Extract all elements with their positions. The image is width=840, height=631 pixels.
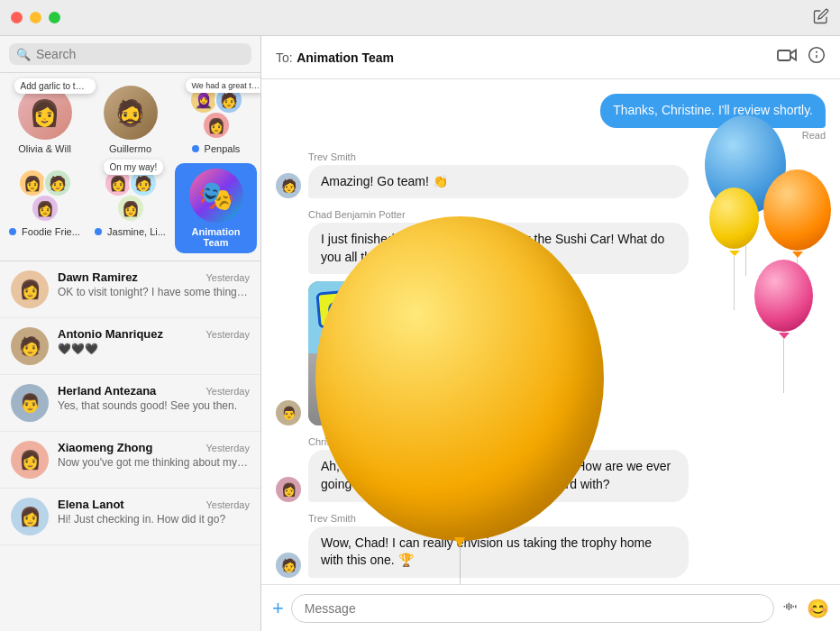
sidebar: 🔍 👩 Add garlic to the butter, and then..… xyxy=(0,36,261,631)
conv-avatar-herland: 👨 xyxy=(11,384,49,422)
avatar-wrapper-foodie: 👩 🧑 👩 xyxy=(18,169,72,223)
conv-item-antonio[interactable]: 🧑 Antonio Manriquez Yesterday 🖤🖤🖤 xyxy=(0,318,260,375)
avatar-christine: 👩 xyxy=(276,477,301,502)
balloon-string-small-yellow xyxy=(734,256,735,310)
balloon-body-small-yellow xyxy=(709,187,759,249)
balloon-body-pink xyxy=(754,260,813,332)
audio-input-button[interactable] xyxy=(781,597,799,619)
conv-content-dawn: Dawn Ramirez Yesterday OK to visit tonig… xyxy=(58,270,250,298)
close-button[interactable] xyxy=(11,12,23,23)
jasmine-tooltip: On my way! xyxy=(104,160,164,175)
add-attachment-button[interactable]: + xyxy=(272,599,284,618)
msg-received-christine1: 👩 Christine Huang Ah, it looks amazing, … xyxy=(276,436,689,501)
conv-name-dawn: Dawn Ramirez xyxy=(58,270,138,284)
msg-block-christine1: Christine Huang Ah, it looks amazing, Ch… xyxy=(308,436,689,501)
conv-name-antonio: Antonio Manriquez xyxy=(58,327,163,341)
pinned-item-guillermo[interactable]: 🧔 Guillermo xyxy=(89,80,171,160)
avatar-wrapper: 👩 Add garlic to the butter, and then... xyxy=(18,86,72,140)
pinned-label-guillermo: Guillermo xyxy=(109,143,151,154)
conv-avatar-dawn: 👩 xyxy=(11,270,49,308)
conv-item-herland[interactable]: 👨 Herland Antezana Yesterday Yes, that s… xyxy=(0,375,260,432)
msg-received-trev2: 🧑 Trev Smith Wow, Chad! I can really env… xyxy=(276,513,689,578)
msg-read-status: Read xyxy=(600,130,826,141)
messages-area[interactable]: Thanks, Christine. I'll review shortly. … xyxy=(261,79,840,584)
pinned-section: 👩 Add garlic to the butter, and then... … xyxy=(0,73,260,261)
msg-block-chad1: Chad Benjamin Potter I just finished the… xyxy=(308,209,689,425)
zap-sticker: ⚡ xyxy=(501,287,537,322)
pinned-label-animation: Animation Team xyxy=(178,226,253,248)
pinned-item-penpals[interactable]: 🧕 🧑 👩 We had a great time. Home with... … xyxy=(175,80,257,160)
search-input-wrapper: 🔍 xyxy=(9,43,251,65)
conv-preview-dawn: OK to visit tonight? I have some things … xyxy=(58,286,250,298)
balloon-small-yellow xyxy=(709,187,759,310)
balloon-string-blue xyxy=(745,222,746,276)
sender-chad1: Chad Benjamin Potter xyxy=(308,209,689,220)
conv-item-dawn[interactable]: 👩 Dawn Ramirez Yesterday OK to visit ton… xyxy=(0,261,260,318)
title-bar xyxy=(0,0,840,36)
msg-block-trev2: Trev Smith Wow, Chad! I can really envis… xyxy=(308,513,689,578)
conv-time-dawn: Yesterday xyxy=(205,272,250,283)
sushi-car-emoji: 🍣🏎️ xyxy=(335,365,425,407)
group-avatar-jasmine: 👩 🧑 👩 xyxy=(104,169,158,223)
msg-received-chad1: 👨 Chad Benjamin Potter I just finished t… xyxy=(276,209,689,425)
avatar-wrapper-guillermo: 🧔 xyxy=(104,86,158,140)
balloon-pink xyxy=(754,260,813,393)
minimize-button[interactable] xyxy=(30,12,41,23)
avatar-guillermo: 🧔 xyxy=(104,86,158,140)
svg-rect-0 xyxy=(778,50,790,60)
maximize-button[interactable] xyxy=(49,12,60,23)
info-button[interactable] xyxy=(808,46,826,69)
compose-button[interactable] xyxy=(813,8,829,28)
group-avatar-foodie: 👩 🧑 👩 xyxy=(18,169,72,223)
pinned-item-animation-team[interactable]: 🎭 Animation Team xyxy=(175,163,257,253)
avatar-wrapper-jasmine: 👩 🧑 👩 On my way! xyxy=(104,169,158,223)
bubble-trev1: Amazing! Go team! 👏 xyxy=(308,165,689,199)
window-controls xyxy=(11,12,60,23)
chat-panel: To: Animation Team xyxy=(261,36,840,631)
app-body: 🔍 👩 Add garlic to the butter, and then..… xyxy=(0,36,840,631)
search-bar: 🔍 xyxy=(0,36,260,73)
avatar-wrapper-penpals: 🧕 🧑 👩 We had a great time. Home with... xyxy=(189,86,243,140)
sender-christine1: Christine Huang xyxy=(308,436,689,447)
bubble-christine1: Ah, it looks amazing, Chad! I love it so… xyxy=(308,450,689,501)
pinned-item-foodie[interactable]: 👩 🧑 👩 Foodie Frie... xyxy=(4,163,86,253)
avatar-wrapper-animation: 🎭 xyxy=(189,169,243,223)
avatar-trev: 🧑 xyxy=(276,173,301,198)
message-input[interactable] xyxy=(291,594,774,623)
pinned-item-jasmine[interactable]: 👩 🧑 👩 On my way! Jasmine, Li... xyxy=(89,163,171,253)
search-input[interactable] xyxy=(36,47,244,61)
go-sticker: GO! xyxy=(315,288,376,329)
chat-header-actions xyxy=(777,46,826,69)
video-call-button[interactable] xyxy=(777,46,797,69)
chat-to-field: To: Animation Team xyxy=(276,50,394,66)
balloon-string-orange xyxy=(797,258,798,312)
conv-name-xiaomeng: Xiaomeng Zhong xyxy=(58,441,152,454)
chat-to-label: To: xyxy=(276,50,293,65)
message-input-bar: + 😊 xyxy=(261,584,840,631)
conv-name-herland: Herland Antezana xyxy=(58,384,156,398)
penpals-tooltip: We had a great time. Home with... xyxy=(186,78,262,93)
conv-preview-xiaomeng: Now you've got me thinking about my next… xyxy=(58,456,250,469)
msg-block-trev1: Trev Smith Amazing! Go team! 👏 xyxy=(308,151,689,199)
conv-preview-herland: Yes, that sounds good! See you then. xyxy=(58,399,250,412)
conv-item-xiaomeng[interactable]: 👩 Xiaomeng Zhong Yesterday Now you've go… xyxy=(0,432,260,489)
pinned-item-olivia-will[interactable]: 👩 Add garlic to the butter, and then... … xyxy=(4,80,86,160)
conv-time-herland: Yesterday xyxy=(205,386,250,397)
balloon-body-orange xyxy=(763,169,831,251)
emoji-button[interactable]: 😊 xyxy=(807,598,829,619)
conv-avatar-antonio: 🧑 xyxy=(11,327,49,365)
conv-preview-elena: Hi! Just checking in. How did it go? xyxy=(58,513,250,526)
search-icon: 🔍 xyxy=(16,48,31,61)
avatar-animation: 🎭 xyxy=(189,169,243,223)
group-avatar-penpals: 🧕 🧑 👩 xyxy=(189,86,243,140)
avatar-trev2: 🧑 xyxy=(276,553,301,578)
conv-time-elena: Yesterday xyxy=(205,499,250,510)
pinned-label-foodie: Foodie Frie... xyxy=(9,226,80,237)
sushi-car-image: GO! ⚡ 🍣🏎️ xyxy=(308,281,543,425)
balloon-orange xyxy=(763,169,831,312)
conv-item-elena[interactable]: 👩 Elena Lanot Yesterday Hi! Just checkin… xyxy=(0,489,260,545)
bubble-chad1: I just finished the latest renderings fo… xyxy=(308,223,689,274)
avatar-chad: 👨 xyxy=(276,400,301,425)
pinned-label-jasmine: Jasmine, Li... xyxy=(95,226,166,237)
conv-content-elena: Elena Lanot Yesterday Hi! Just checking … xyxy=(58,498,250,526)
